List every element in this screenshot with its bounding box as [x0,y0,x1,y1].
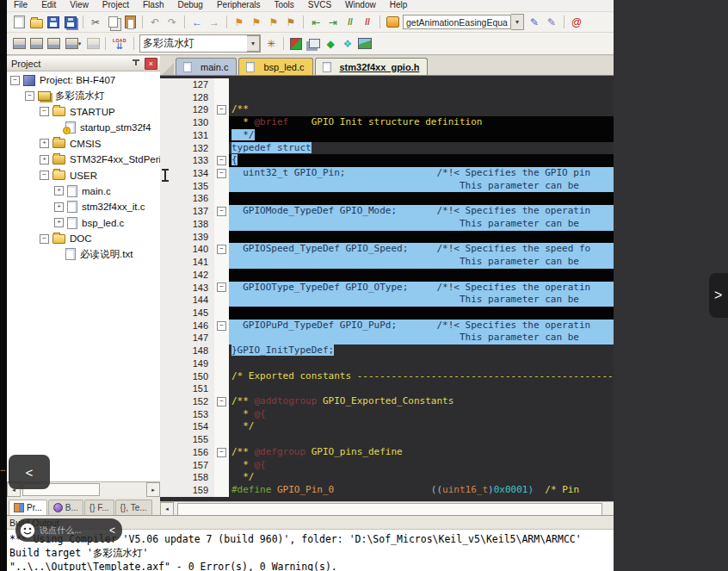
indent-right-icon[interactable]: ⇥ [325,15,341,29]
expander-icon[interactable]: − [40,107,49,116]
target-combo-input[interactable] [140,37,247,50]
menu-help[interactable]: Help [383,0,415,11]
indent-left-icon[interactable]: ⇤ [308,15,324,29]
editor-horizontal-scrollbar[interactable]: ◂ [160,501,614,516]
expander-icon[interactable]: + [54,186,64,196]
fold-collapse-icon[interactable]: − [217,169,226,178]
find-combo[interactable]: ▾ [403,15,524,29]
target-combo[interactable]: ▾ [139,34,261,53]
copy-icon[interactable] [105,15,120,29]
save-icon[interactable] [46,15,61,29]
overlay-chat-input[interactable]: 说点什么... < [15,518,122,542]
bottom-tab-pr[interactable]: Pr... [9,500,47,515]
menu-tools[interactable]: Tools [268,0,301,11]
save-all-icon[interactable] [63,15,78,29]
scroll-left-icon[interactable]: ◂ [160,502,174,517]
menu-project[interactable]: Project [96,0,136,11]
tree-item--[interactable]: −多彩流水灯 [7,88,160,103]
menu-view[interactable]: View [63,0,96,11]
bottom-tab-b[interactable]: B... [48,500,83,515]
expander-icon[interactable]: + [54,218,64,227]
chevron-down-icon[interactable]: ▾ [247,35,260,52]
fold-collapse-icon[interactable]: − [217,105,226,115]
batch-build-icon[interactable]: ▾ [63,36,83,51]
expander-icon[interactable]: + [40,139,49,148]
tree-item-startup[interactable]: −STARTUP [7,104,160,120]
tree-item--txt[interactable]: 必读说明.txt [7,246,160,262]
overlay-back-button[interactable]: < [9,455,50,489]
stop-build-icon[interactable] [85,36,101,51]
pin-icon[interactable] [132,59,140,68]
build-icon[interactable] [28,36,44,51]
tab-bsp_led-c[interactable]: bsp_led.c [238,58,312,75]
scrollbar-thumb[interactable] [177,503,602,516]
tree-item-bsp_led-c[interactable]: +bsp_led.c [7,215,160,231]
overlay-next-button[interactable]: > [709,273,728,318]
translate-file-icon[interactable] [11,36,27,51]
close-icon[interactable]: × [145,58,157,70]
expander-icon[interactable]: + [54,202,64,212]
annotate-icon[interactable]: ✎ [544,15,559,29]
bookmark-next-icon[interactable]: ⚑ [266,15,281,29]
code-editor[interactable]: 127128129−/**130 * @brief GPIO Init stru… [160,76,614,504]
bottom-tab-f[interactable]: {} F... [84,500,114,515]
manage-runtime-env-icon[interactable]: ◆ [323,36,338,51]
navigate-forward-icon[interactable]: → [207,15,222,29]
tree-item-user[interactable]: −USER [7,167,160,183]
find-in-files-icon[interactable] [385,15,400,29]
window-layers-icon[interactable] [305,36,321,51]
scroll-right-icon[interactable]: ▸ [146,482,160,497]
tree-item-stm32f4xx_stdperip[interactable]: +STM32F4xx_StdPerip [7,152,160,167]
new-file-icon[interactable] [11,15,27,29]
cut-icon[interactable]: ✂ [88,15,103,29]
fold-collapse-icon[interactable]: − [217,245,226,254]
menu-edit[interactable]: Edit [34,0,63,11]
tree-item-doc[interactable]: −DOC [7,231,160,246]
menu-svcs[interactable]: SVCS [301,0,338,11]
find-combo-input[interactable] [403,15,511,29]
open-file-icon[interactable] [28,15,44,29]
tab-main-c[interactable]: main.c [176,58,237,75]
tree-item-project-bh-f407[interactable]: −Project: BH-F407 [7,72,160,88]
bookmark-clear-all-icon[interactable]: ⚑ [283,15,299,29]
fold-collapse-icon[interactable]: − [217,397,226,407]
expander-icon[interactable]: − [40,171,49,180]
chevron-down-icon[interactable]: ▾ [511,14,524,30]
expander-icon[interactable]: + [40,155,49,164]
bookmark-toggle-icon[interactable]: ⚑ [231,15,247,29]
pack-installer-icon[interactable] [357,36,373,51]
debug-session-icon[interactable] [288,36,304,51]
expander-icon[interactable]: − [40,234,49,244]
expander-icon[interactable]: − [25,91,34,101]
rebuild-all-icon[interactable] [46,36,61,51]
tree-item-stm32f4xx_it-c[interactable]: +stm32f4xx_it.c [7,199,160,214]
fold-collapse-icon[interactable]: − [217,282,226,292]
manage-project-items-icon[interactable]: ❖ [340,36,355,51]
redo-icon[interactable]: ↷ [164,15,180,29]
fold-collapse-icon[interactable]: − [217,207,226,216]
paste-icon[interactable] [122,15,138,29]
uncomment-selection-icon[interactable]: // [360,15,375,29]
menu-window[interactable]: Window [338,0,383,11]
fold-collapse-icon[interactable]: − [217,321,226,331]
download-load-icon[interactable]: LOAD⇊ [110,36,129,51]
tree-item-main-c[interactable]: +main.c [7,183,160,199]
bottom-tab-te[interactable]: {}, Te... [115,500,152,515]
expander-icon[interactable]: − [10,76,20,85]
find-next-icon[interactable]: ✎ [527,15,542,29]
fold-collapse-icon[interactable]: − [217,448,226,457]
bookmark-prev-icon[interactable]: ⚑ [249,15,264,29]
tree-item-startup_stm32f4[interactable]: startup_stm32f4 [7,120,160,135]
options-for-target-icon[interactable]: ✳ [263,36,279,51]
chevron-left-icon[interactable]: < [109,524,115,537]
tree-item-cmsis[interactable]: +CMSIS [7,136,160,152]
help-icon[interactable]: @ [569,15,584,29]
menu-file[interactable]: File [7,0,34,11]
tab-stm32f4xx_gpio-h[interactable]: stm32f4xx_gpio.h [315,58,429,75]
undo-icon[interactable]: ↶ [147,15,163,29]
menu-flash[interactable]: Flash [136,0,170,11]
menu-peripherals[interactable]: Peripherals [210,0,268,11]
menu-debug[interactable]: Debug [170,0,209,11]
navigate-back-icon[interactable]: ← [189,15,205,29]
fold-collapse-icon[interactable]: − [217,156,226,165]
